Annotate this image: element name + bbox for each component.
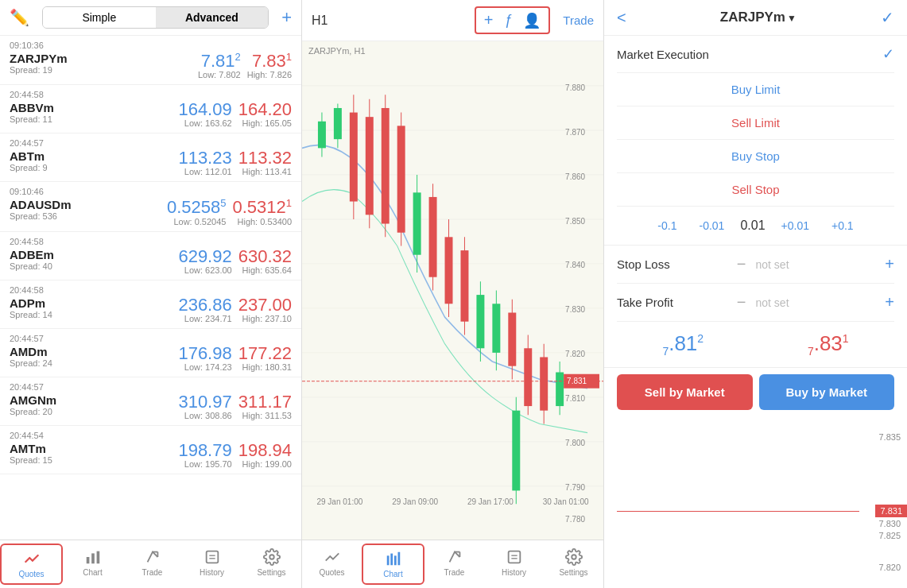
- sell-stop-label: Sell Stop: [731, 183, 779, 196]
- quote-time: 20:44:58: [10, 237, 292, 246]
- quote-item[interactable]: 09:10:36 ZARJPYm Spread: 19 7.812 Low: 7…: [0, 36, 301, 85]
- symbol-title: ZARJPYm▼: [636, 10, 881, 25]
- trade-buttons: Sell by Market Buy by Market: [604, 368, 907, 416]
- quote-name: ADBEm: [10, 248, 172, 261]
- qty-plus-point1[interactable]: +0.1: [825, 216, 860, 235]
- execution-sell-limit[interactable]: Sell Limit: [617, 106, 894, 140]
- x-label-3: 29 Jan 17:00: [467, 497, 514, 506]
- chart-label: ZARJPYm, H1: [308, 46, 366, 56]
- svg-rect-0: [86, 557, 89, 563]
- person-tool-icon[interactable]: 👤: [523, 12, 541, 29]
- mid-nav-trade-label: Trade: [444, 568, 465, 577]
- quote-ask: 630.32 High: 635.64: [238, 248, 292, 275]
- confirm-icon[interactable]: ✓: [881, 8, 894, 27]
- nav-trade[interactable]: Trade: [122, 544, 182, 585]
- trade-button[interactable]: Trade: [563, 14, 594, 27]
- quote-item[interactable]: 20:44:57 ABTm Spread: 9 113.23 Low: 112.…: [0, 133, 301, 182]
- back-button[interactable]: <: [617, 9, 626, 27]
- mid-trade-icon: [446, 548, 463, 566]
- mid-nav-history[interactable]: History: [484, 544, 544, 585]
- edit-icon[interactable]: ✏️: [10, 8, 29, 27]
- stop-loss-plus[interactable]: +: [885, 255, 894, 273]
- svg-rect-32: [413, 192, 421, 254]
- right-panel: < ZARJPYm▼ ✓ Market Execution ✓ Buy Limi…: [604, 0, 907, 588]
- function-tool-icon[interactable]: ƒ: [504, 12, 512, 29]
- quote-time: 09:10:46: [10, 187, 292, 196]
- mid-quotes-icon: [324, 548, 341, 566]
- execution-list: Market Execution ✓ Buy Limit Sell Limit …: [604, 36, 907, 207]
- tab-advanced[interactable]: Advanced: [156, 7, 269, 28]
- price-level-7825: 7.825: [878, 531, 901, 540]
- nav-settings[interactable]: Settings: [242, 544, 301, 585]
- buy-by-market-button[interactable]: Buy by Market: [759, 374, 895, 410]
- trade-icon: [144, 548, 161, 566]
- quote-bid: 113.23 Low: 112.01: [178, 149, 231, 176]
- quote-bid: 629.92 Low: 623.00: [178, 248, 231, 275]
- quote-spread: Spread: 15: [10, 455, 172, 465]
- execution-buy-limit[interactable]: Buy Limit: [617, 73, 894, 106]
- svg-rect-26: [366, 117, 374, 215]
- svg-rect-5: [206, 551, 218, 563]
- svg-rect-73: [508, 551, 520, 563]
- quote-item[interactable]: 20:44:54 AMTm Spread: 15 198.79 Low: 195…: [0, 426, 301, 474]
- left-panel: ✏️ Simple Advanced + 09:10:36 ZARJPYm Sp…: [0, 0, 302, 588]
- qty-minus-point1[interactable]: -0.1: [651, 216, 683, 235]
- price-level-7830: 7.830: [878, 519, 901, 528]
- mid-bottom-nav: Quotes Chart Trade History Settings: [302, 540, 603, 588]
- price-level-7835: 7.835: [878, 432, 901, 442]
- history-icon: [203, 548, 221, 566]
- execution-buy-stop[interactable]: Buy Stop: [617, 140, 894, 173]
- execution-sell-stop[interactable]: Sell Stop: [617, 173, 894, 207]
- take-profit-minus[interactable]: −: [737, 293, 746, 311]
- quote-item[interactable]: 20:44:57 AMDm Spread: 24 176.98 Low: 174…: [0, 329, 301, 377]
- quote-bid: 176.98 Low: 174.23: [178, 345, 231, 372]
- quote-item[interactable]: 20:44:58 ABBVm Spread: 11 164.09 Low: 16…: [0, 85, 301, 133]
- qty-row: -0.1 -0.01 0.01 +0.01 +0.1: [604, 207, 907, 246]
- quote-ask: 164.20 High: 165.05: [238, 101, 292, 128]
- add-tool-icon[interactable]: +: [484, 11, 494, 29]
- svg-text:7.860: 7.860: [565, 171, 585, 181]
- svg-rect-34: [429, 197, 437, 277]
- nav-quotes[interactable]: Quotes: [0, 544, 63, 585]
- quote-meta: ZARJPYm Spread: 19: [10, 52, 192, 75]
- mid-nav-quotes[interactable]: Quotes: [302, 544, 362, 585]
- nav-trade-label: Trade: [142, 568, 163, 577]
- quote-meta: ADPm Spread: 14: [10, 296, 172, 319]
- quote-meta: AMTm Spread: 15: [10, 442, 172, 465]
- mid-nav-chart[interactable]: Chart: [362, 544, 424, 585]
- quote-meta: ABTm Spread: 9: [10, 149, 172, 172]
- nav-chart[interactable]: Chart: [63, 544, 122, 585]
- quote-item[interactable]: 20:44:58 ADPm Spread: 14 236.86 Low: 234…: [0, 280, 301, 329]
- svg-rect-50: [556, 373, 564, 407]
- nav-history-label: History: [200, 568, 224, 577]
- mid-nav-settings[interactable]: Settings: [544, 544, 603, 585]
- tab-simple[interactable]: Simple: [43, 7, 156, 28]
- quote-spread: Spread: 536: [10, 211, 161, 221]
- svg-rect-40: [476, 295, 484, 348]
- take-profit-plus[interactable]: +: [885, 293, 894, 311]
- quote-bid: 198.79 Low: 195.70: [178, 442, 231, 469]
- quote-time: 20:44:57: [10, 382, 292, 392]
- mid-chart-icon: [385, 550, 402, 567]
- quote-item[interactable]: 20:44:58 ADBEm Spread: 40 629.92 Low: 62…: [0, 232, 301, 280]
- quote-item[interactable]: 20:44:57 AMGNm Spread: 20 310.97 Low: 30…: [0, 377, 301, 426]
- stop-loss-minus[interactable]: −: [737, 255, 746, 273]
- qty-minus-point01[interactable]: -0.01: [692, 216, 731, 235]
- symbol-dropdown-icon[interactable]: ▼: [787, 13, 797, 24]
- x-label-1: 29 Jan 01:00: [316, 497, 362, 506]
- quote-ask: 0.53121 High: 0.53400: [232, 198, 292, 226]
- qty-plus-point01[interactable]: +0.01: [775, 216, 816, 235]
- quote-name: ZARJPYm: [10, 52, 192, 65]
- svg-text:7.850: 7.850: [565, 215, 585, 226]
- sell-price-display: 7.812: [617, 331, 750, 358]
- quote-ask: 311.17 High: 311.53: [238, 393, 292, 420]
- quote-item[interactable]: 09:10:46 ADAUSDm Spread: 536 0.52585 Low…: [0, 182, 301, 231]
- execution-market[interactable]: Market Execution ✓: [617, 36, 894, 73]
- mid-nav-trade[interactable]: Trade: [424, 544, 484, 585]
- nav-history[interactable]: History: [182, 544, 242, 585]
- add-button[interactable]: +: [281, 7, 292, 28]
- sell-price-value: 7.812: [662, 331, 704, 355]
- svg-rect-48: [540, 357, 548, 410]
- svg-text:7.880: 7.880: [565, 82, 585, 92]
- sell-by-market-button[interactable]: Sell by Market: [617, 374, 753, 410]
